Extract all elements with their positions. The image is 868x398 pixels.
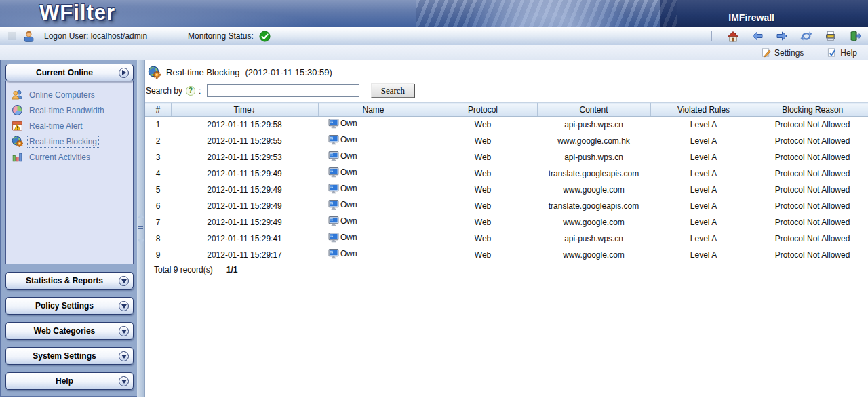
cell-content: www.google.com: [537, 214, 650, 231]
cell-time: 2012-01-11 15:29:55: [171, 133, 318, 149]
sidebar-item-realtime-alert[interactable]: Real-time Alert: [12, 118, 130, 134]
table-row: 7 2012-01-11 15:29:49 Own Web www.google…: [145, 214, 868, 231]
panel-label: Web Categories: [10, 326, 119, 336]
users-icon: [12, 89, 23, 100]
page-indicator: 1/1: [226, 265, 238, 275]
column-header[interactable]: Blocking Reason: [757, 103, 868, 117]
cell-time: 2012-01-11 15:29:53: [171, 149, 318, 165]
cell-violated-rules: Level A: [650, 247, 757, 263]
chevron-down-icon: [119, 301, 129, 311]
table-row: 1 2012-01-11 15:29:58 Own Web api-push.w…: [145, 117, 868, 133]
panel-label: System Settings: [10, 351, 119, 361]
print-icon[interactable]: [825, 31, 837, 41]
column-header[interactable]: Name: [318, 103, 429, 117]
cell-violated-rules: Level A: [650, 165, 757, 182]
sidebar-item-label: Online Computers: [28, 89, 96, 100]
sidebar-panel-body: Online Computers Real-time Bandwidth Rea…: [5, 81, 134, 264]
monitor-icon: [328, 199, 340, 210]
monitor-icon: [328, 216, 340, 226]
sidebar-panel-system-settings[interactable]: System Settings: [5, 347, 134, 365]
cell-name-text: Own: [340, 233, 357, 242]
refresh-icon[interactable]: [800, 31, 812, 41]
exit-icon[interactable]: [849, 31, 861, 41]
list-icon[interactable]: [7, 31, 18, 41]
cell-time: 2012-01-11 15:29:49: [171, 165, 318, 182]
monitor-icon: [328, 151, 340, 161]
cell-number: 1: [145, 117, 171, 133]
table-row: 2 2012-01-11 15:29:55 Own Web www.google…: [145, 133, 868, 149]
alert-calendar-icon: [12, 120, 23, 132]
cell-name: Own: [318, 133, 429, 149]
cell-time: 2012-01-11 15:29:49: [171, 182, 318, 198]
cell-time: 2012-01-11 15:29:58: [171, 117, 318, 133]
cell-protocol: Web: [429, 149, 537, 165]
cell-protocol: Web: [429, 231, 537, 247]
forward-icon[interactable]: [776, 31, 788, 41]
settings-pencil-icon: [761, 47, 771, 58]
cell-violated-rules: Level A: [650, 133, 757, 149]
cell-content: www.google.com: [537, 247, 650, 263]
cell-name: Own: [318, 149, 429, 165]
bar-chart-icon: [12, 151, 23, 163]
home-icon[interactable]: [727, 31, 739, 42]
cell-content: api-push.wps.cn: [537, 149, 650, 165]
cell-time: 2012-01-11 15:29:17: [171, 247, 318, 263]
table-row: 3 2012-01-11 15:29:53 Own Web api-push.w…: [145, 149, 868, 165]
sidebar-item-current-activities[interactable]: Current Activities: [12, 149, 130, 165]
sidebar-panel-help[interactable]: Help: [5, 372, 134, 390]
cell-protocol: Web: [429, 182, 537, 198]
cell-protocol: Web: [429, 214, 537, 231]
monitor-icon: [328, 118, 340, 129]
top-banner: WFilter IMFirewall: [0, 0, 868, 27]
sidebar-panel-statistics-reports[interactable]: Statistics & Reports: [5, 272, 134, 290]
cell-protocol: Web: [429, 117, 537, 133]
chevron-down-icon: [119, 276, 129, 286]
sidebar-panel-policy-settings[interactable]: Policy Settings: [5, 297, 134, 315]
sidebar-item-label: Real-time Alert: [28, 121, 84, 132]
column-header[interactable]: Content: [537, 103, 650, 117]
cell-violated-rules: Level A: [650, 149, 757, 165]
back-icon[interactable]: [751, 31, 764, 41]
page-title: Real-time Blocking: [166, 67, 239, 77]
status-ok-icon: [259, 31, 271, 42]
sidebar-item-realtime-bandwidth[interactable]: Real-time Bandwidth: [12, 102, 130, 118]
cell-protocol: Web: [429, 133, 537, 149]
cell-content: api-push.wps.cn: [537, 231, 650, 247]
column-header[interactable]: Violated Rules: [650, 103, 757, 117]
column-header[interactable]: Protocol: [429, 103, 537, 117]
settings-label: Settings: [774, 48, 804, 58]
table-header-row: #Time↓NameProtocolContentViolated RulesB…: [145, 103, 868, 117]
column-header[interactable]: Time↓: [171, 103, 318, 117]
cell-content: www.google.com: [537, 182, 650, 198]
cell-name: Own: [318, 198, 429, 214]
cell-blocking-reason: Protocol Not Allowed: [757, 198, 868, 214]
cell-time: 2012-01-11 15:29:41: [171, 231, 318, 247]
help-button[interactable]: Help: [827, 47, 857, 58]
chevron-down-icon: [119, 376, 129, 386]
cell-blocking-reason: Protocol Not Allowed: [757, 247, 868, 263]
sidebar-panel-current-online[interactable]: Current Online: [5, 64, 134, 81]
settings-button[interactable]: Settings: [761, 47, 804, 58]
cell-content: api-push.wps.cn: [537, 117, 650, 133]
user-avatar-icon[interactable]: [23, 31, 35, 42]
cell-name: Own: [318, 117, 429, 133]
toolbar-divider: [711, 31, 712, 41]
cell-name-text: Own: [340, 249, 357, 258]
sidebar-panel-web-categories[interactable]: Web Categories: [5, 322, 134, 340]
sidebar-splitter[interactable]: [137, 60, 145, 397]
sidebar-item-online-computers[interactable]: Online Computers: [12, 87, 130, 102]
question-help-icon[interactable]: ?: [186, 86, 195, 96]
search-button[interactable]: Search: [371, 83, 414, 98]
app-logo: WFilter: [39, 1, 115, 25]
cell-number: 5: [145, 182, 171, 198]
sidebar-item-realtime-blocking[interactable]: Real-time Blocking: [12, 134, 130, 149]
cell-violated-rules: Level A: [650, 231, 757, 247]
cell-time: 2012-01-11 15:29:49: [171, 198, 318, 214]
monitor-icon: [328, 167, 340, 178]
column-header[interactable]: #: [145, 103, 171, 117]
chevron-right-icon: [119, 68, 129, 78]
search-input[interactable]: [207, 84, 359, 97]
splitter-grip-icon[interactable]: [137, 210, 144, 249]
cell-name-text: Own: [340, 184, 357, 193]
help-label: Help: [840, 48, 857, 58]
